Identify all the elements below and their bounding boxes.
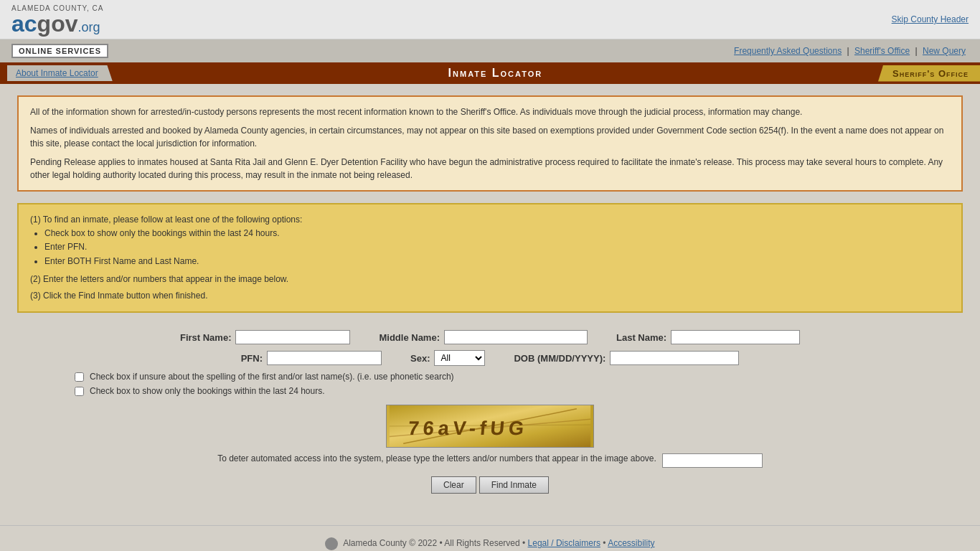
captcha-instruction: To deter automated access into the syste…: [217, 453, 656, 463]
footer-text: Alameda County © 2022 • All Rights Reser…: [343, 538, 525, 548]
warning-box: All of the information shown for arreste…: [17, 95, 963, 192]
phonetic-checkbox[interactable]: [75, 372, 84, 382]
instructions-list: Check box to show only the bookings with…: [44, 227, 950, 268]
footer: Alameda County © 2022 • All Rights Reser…: [0, 525, 980, 551]
county-logo: ALAMEDA COUNTY, CA acgov.org: [11, 4, 103, 35]
pfn-group: PFN:: [241, 351, 382, 365]
instructions-step1: (1) To find an inmate, please follow at …: [30, 213, 950, 227]
warning-para-2: Names of individuals arrested and booked…: [30, 124, 950, 150]
warning-para-1: All of the information shown for arreste…: [30, 105, 950, 118]
legal-disclaimers-link[interactable]: Legal / Disclaimers: [528, 538, 600, 548]
sex-label: Sex:: [410, 353, 430, 364]
svg-text:76aV-fUG: 76aV-fUG: [407, 417, 529, 439]
name-row: First Name: Middle Name: Last Name:: [17, 330, 963, 344]
button-row: Clear Find Inmate: [17, 476, 963, 494]
last24-checkbox-label: Check box to show only the bookings with…: [90, 386, 325, 396]
sheriffs-office-link[interactable]: Sheriff's Office: [854, 46, 910, 56]
logo-gov: gov: [37, 11, 78, 37]
middle-name-input[interactable]: [444, 330, 588, 344]
last24-checkbox-row: Check box to show only the bookings with…: [17, 386, 963, 396]
nav-links: Frequently Asked Questions | Sheriff's O…: [731, 46, 969, 56]
dob-group: DOB (MM/DD/YYYY):: [514, 351, 739, 365]
instructions-bullet-2: Enter PFN.: [44, 240, 950, 254]
warning-para-3: Pending Release applies to inmates house…: [30, 156, 950, 182]
form-area: First Name: Middle Name: Last Name: PFN:…: [17, 324, 963, 499]
footer-bullet: •: [603, 538, 606, 548]
pfn-input[interactable]: [267, 351, 382, 365]
last-name-group: Last Name:: [616, 330, 800, 344]
nav-bar: ONLINE SERVICES Frequently Asked Questio…: [0, 39, 980, 62]
page-title: Inmate Locator: [113, 67, 878, 80]
logo-org: .org: [77, 20, 100, 34]
first-name-group: First Name:: [180, 330, 351, 344]
first-name-label: First Name:: [180, 332, 232, 343]
nav-separator: |: [847, 46, 852, 56]
instructions-step2: (2) Enter the letters and/or numbers tha…: [30, 273, 950, 286]
dob-input[interactable]: [610, 351, 739, 365]
county-logo-large: acgov.org: [11, 12, 103, 35]
dob-label: DOB (MM/DD/YYYY):: [514, 353, 606, 364]
main-content: All of the information shown for arreste…: [0, 84, 980, 511]
pfn-row: PFN: Sex: All Male Female DOB (MM/DD/YYY…: [17, 350, 963, 366]
captcha-image: 76aV-fUG 76aV-fUG: [386, 405, 594, 448]
sex-select[interactable]: All Male Female: [434, 350, 485, 366]
faq-link[interactable]: Frequently Asked Questions: [734, 46, 842, 56]
last-name-input[interactable]: [671, 330, 800, 344]
new-query-link[interactable]: New Query: [923, 46, 966, 56]
first-name-input[interactable]: [235, 330, 350, 344]
accessibility-link[interactable]: Accessibility: [608, 538, 654, 548]
online-services-badge: ONLINE SERVICES: [11, 44, 108, 58]
phonetic-checkbox-row: Check box if unsure about the spelling o…: [17, 372, 963, 382]
find-inmate-button[interactable]: Find Inmate: [479, 476, 549, 494]
county-header: ALAMEDA COUNTY, CA acgov.org Skip County…: [0, 0, 980, 39]
captcha-input-row: To deter automated access into the syste…: [217, 453, 763, 468]
footer-icon: [325, 537, 338, 550]
last24-checkbox[interactable]: [75, 387, 84, 396]
about-inmate-locator-link[interactable]: About Inmate Locator: [7, 65, 113, 81]
phonetic-checkbox-label: Check box if unsure about the spelling o…: [90, 372, 454, 382]
last-name-label: Last Name:: [616, 332, 666, 343]
skip-county-header-link[interactable]: Skip County Header: [892, 14, 969, 24]
captcha-area: 76aV-fUG 76aV-fUG To deter automated acc…: [17, 405, 963, 468]
pfn-label: PFN:: [241, 353, 263, 364]
logo-ac: ac: [11, 11, 37, 37]
nav-separator-2: |: [915, 46, 920, 56]
middle-name-label: Middle Name:: [379, 332, 440, 343]
sex-group: Sex: All Male Female: [410, 350, 485, 366]
middle-name-group: Middle Name:: [379, 330, 588, 344]
instructions-bullet-1: Check box to show only the bookings with…: [44, 227, 950, 240]
clear-button[interactable]: Clear: [431, 476, 476, 494]
captcha-svg: 76aV-fUG 76aV-fUG: [387, 405, 593, 447]
instructions-box: (1) To find an inmate, please follow at …: [17, 203, 963, 313]
title-bar: About Inmate Locator Inmate Locator Sher…: [0, 62, 980, 84]
instructions-step3: (3) Click the Find Inmate button when fi…: [30, 289, 950, 303]
captcha-input[interactable]: [662, 453, 763, 468]
instructions-bullet-3: Enter BOTH First Name and Last Name.: [44, 255, 950, 268]
sheriffs-office-badge: Sheriff's Office: [878, 65, 980, 82]
